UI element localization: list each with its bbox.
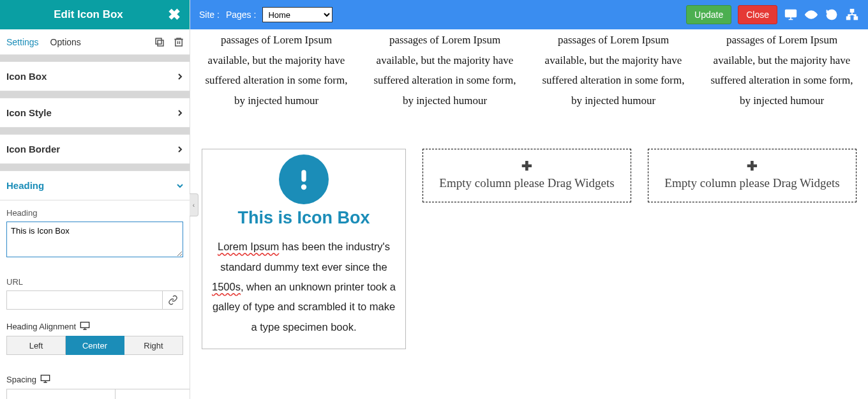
alignment-label: Heading Alignment <box>6 321 183 332</box>
svg-rect-0 <box>158 40 163 46</box>
spacing-input-1[interactable] <box>6 389 116 399</box>
row-lorem-4col: There are many variations of passages of… <box>202 29 857 110</box>
empty-column-text: Empty column please Drag Widgets <box>656 176 848 190</box>
svg-rect-1 <box>156 38 161 44</box>
svg-point-12 <box>301 184 306 190</box>
accordion-label: Icon Box <box>6 71 47 82</box>
plus-icon: ✚ <box>656 158 848 174</box>
svg-point-6 <box>810 13 813 17</box>
svg-rect-3 <box>80 322 89 328</box>
accordion-label: Icon Border <box>6 144 60 154</box>
sidebar-header: Edit Icon Box ✖ <box>0 0 190 29</box>
accordion-icon-box[interactable]: Icon Box <box>0 61 190 91</box>
svg-rect-8 <box>847 17 850 19</box>
accordion-label: Icon Style <box>6 107 52 118</box>
svg-rect-4 <box>41 375 49 381</box>
sidebar: Edit Icon Box ✖ Settings Options Icon Bo… <box>0 0 190 399</box>
accordion-icon-style[interactable]: Icon Style <box>0 98 190 128</box>
row-iconbox-3col: This is Icon Box Lorem Ipsum has been th… <box>202 149 857 349</box>
url-field-label: URL <box>6 277 183 287</box>
svg-rect-2 <box>176 39 183 46</box>
desktop-icon <box>40 374 50 385</box>
svg-rect-5 <box>786 10 797 17</box>
pages-select[interactable]: Home <box>262 7 333 22</box>
close-panel-icon[interactable]: ✖ <box>168 7 181 22</box>
tab-settings[interactable]: Settings <box>5 31 40 54</box>
chevron-down-icon <box>177 180 183 191</box>
underlined-text: 1500s <box>212 281 241 292</box>
panel-scroll[interactable]: Icon Box Icon Style Icon Border Heading … <box>0 55 190 399</box>
sidebar-collapse-handle[interactable]: ‹ <box>190 193 198 216</box>
iconbox-title: This is Icon Box <box>209 208 399 228</box>
sidebar-tabs: Settings Options <box>0 29 190 55</box>
topbar-right: Update Close <box>686 5 859 24</box>
heading-input[interactable] <box>6 222 183 257</box>
pages-label: Pages : <box>226 10 256 20</box>
alignment-segment: Left Center Right <box>6 336 183 355</box>
copy-icon[interactable] <box>154 36 165 48</box>
underlined-text: Lorem Ipsum <box>218 241 279 252</box>
align-left-button[interactable]: Left <box>6 336 66 355</box>
eye-icon[interactable] <box>804 8 818 22</box>
iconbox-widget[interactable]: This is Icon Box Lorem Ipsum has been th… <box>202 149 406 349</box>
update-button[interactable]: Update <box>686 5 731 24</box>
canvas[interactable]: There are many variations of passages of… <box>190 29 868 399</box>
svg-rect-7 <box>851 10 854 12</box>
lorem-column[interactable]: There are many variations of passages of… <box>707 29 857 110</box>
accordion-label: Heading <box>6 180 44 191</box>
site-label: Site : <box>199 10 220 20</box>
topbar: Site : Pages : Home Update Close <box>190 0 868 29</box>
svg-rect-11 <box>301 170 306 182</box>
chevron-right-icon <box>177 71 183 82</box>
link-icon-button[interactable] <box>163 290 183 310</box>
empty-column-dropzone[interactable]: ✚ Empty column please Drag Widgets <box>423 149 631 202</box>
iconbox-description: Lorem Ipsum has been the industry's stan… <box>209 237 399 337</box>
chevron-right-icon <box>177 144 183 154</box>
url-input[interactable] <box>6 290 163 310</box>
lorem-column[interactable]: There are many variations of passages of… <box>370 29 520 110</box>
exclamation-circle-icon <box>279 154 329 204</box>
lorem-column[interactable]: There are many variations of passages of… <box>539 29 688 110</box>
lorem-column[interactable]: There are many variations of passages of… <box>202 29 351 110</box>
heading-field-label: Heading <box>6 208 183 218</box>
accordion-heading[interactable]: Heading <box>0 170 190 200</box>
chevron-right-icon <box>177 107 183 118</box>
empty-column-text: Empty column please Drag Widgets <box>431 176 623 190</box>
empty-column-dropzone[interactable]: ✚ Empty column please Drag Widgets <box>648 149 857 202</box>
panel-title: Edit Icon Box <box>9 8 168 21</box>
close-button[interactable]: Close <box>738 5 777 24</box>
sitemap-icon[interactable] <box>845 8 859 22</box>
svg-rect-9 <box>854 17 857 19</box>
desktop-view-icon[interactable] <box>784 8 798 22</box>
spacing-label: Spacing <box>6 374 183 385</box>
accordion-heading-body: Heading URL Heading Alignment Left Cente… <box>0 200 190 399</box>
tab-options[interactable]: Options <box>49 31 82 54</box>
accordion-icon-border[interactable]: Icon Border <box>0 134 190 164</box>
spacing-input-2[interactable] <box>116 389 190 399</box>
topbar-left: Site : Pages : Home <box>199 7 333 22</box>
align-right-button[interactable]: Right <box>124 336 183 355</box>
history-icon[interactable] <box>825 8 839 22</box>
desktop-icon <box>80 321 90 332</box>
align-center-button[interactable]: Center <box>66 336 124 355</box>
plus-icon: ✚ <box>431 158 623 174</box>
trash-icon[interactable] <box>173 36 184 48</box>
